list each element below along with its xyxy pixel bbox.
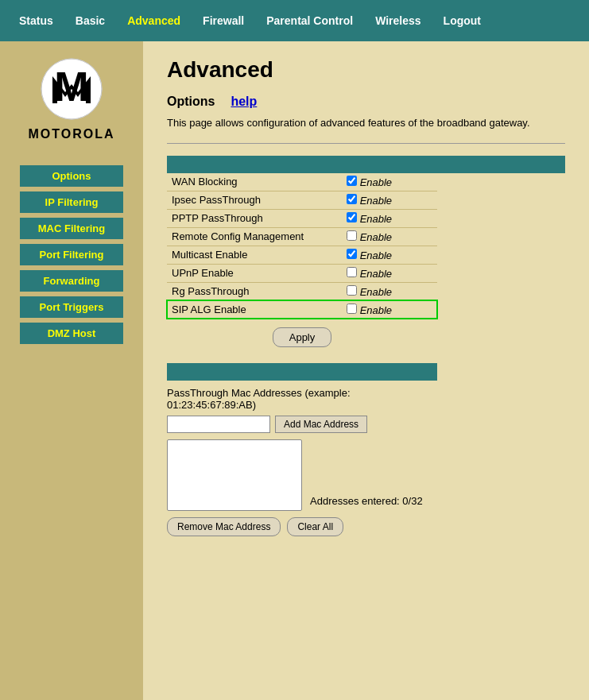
page-title: Advanced — [167, 57, 565, 83]
brand-name: MOTOROLA — [28, 127, 114, 141]
rg-passthrough-checkbox[interactable] — [347, 285, 357, 296]
remove-mac-button[interactable]: Remove Mac Address — [167, 517, 281, 536]
mac-buttons-row: Remove Mac Address Clear All — [167, 517, 437, 536]
table-row: Remote Config Management Enable — [167, 227, 437, 246]
row-enable: Enable — [342, 209, 437, 227]
nav-basic[interactable]: Basic — [64, 10, 116, 32]
row-enable: Enable — [342, 246, 437, 264]
enable-label: Enable — [360, 231, 392, 243]
sidebar-btn-dmz-host[interactable]: DMZ Host — [20, 323, 123, 344]
enable-label: Enable — [360, 304, 392, 316]
apply-button[interactable]: Apply — [273, 327, 332, 347]
mac-section-label: PassThrough Mac Addresses (example: 01:2… — [167, 387, 437, 411]
apply-row: Apply — [167, 327, 437, 347]
row-label: Ipsec PassThrough — [167, 191, 342, 209]
table-row-sip-alg: SIP ALG Enable Enable — [167, 300, 437, 319]
enable-label: Enable — [360, 286, 392, 298]
nav-parental-control[interactable]: Parental Control — [255, 10, 364, 32]
row-label: PPTP PassThrough — [167, 209, 342, 227]
ipsec-checkbox[interactable] — [347, 194, 357, 204]
row-enable: Enable — [342, 227, 437, 246]
sidebar-btn-port-filtering[interactable]: Port Filtering — [20, 244, 123, 265]
options-table: WAN Blocking Enable Ipsec PassThrough En… — [167, 173, 437, 319]
description-text: This page allows configuration of advanc… — [167, 115, 565, 131]
upnp-checkbox[interactable] — [347, 267, 357, 277]
nav-firewall[interactable]: Firewall — [192, 10, 255, 32]
add-mac-button[interactable]: Add Mac Address — [275, 416, 367, 433]
row-label: Multicast Enable — [167, 246, 342, 264]
content-area: Advanced Options help This page allows c… — [143, 41, 589, 700]
enable-label: Enable — [360, 176, 392, 188]
nav-logout[interactable]: Logout — [432, 10, 492, 32]
sip-alg-checkbox[interactable] — [347, 304, 357, 314]
sidebar: M MOTOROLA Options IP Filtering MAC Filt… — [0, 41, 143, 700]
row-label: UPnP Enable — [167, 264, 342, 282]
row-enable: Enable — [342, 173, 437, 191]
enable-label: Enable — [360, 249, 392, 261]
addresses-count: Addresses entered: 0/32 — [310, 495, 423, 511]
table-row: UPnP Enable Enable — [167, 264, 437, 282]
top-navigation: Status Basic Advanced Firewall Parental … — [0, 0, 589, 41]
row-label: SIP ALG Enable — [167, 300, 342, 319]
sidebar-btn-port-triggers[interactable]: Port Triggers — [20, 296, 123, 318]
divider — [167, 143, 565, 144]
row-label: Remote Config Management — [167, 227, 342, 246]
options-section-header — [167, 156, 565, 173]
pptp-checkbox[interactable] — [347, 212, 357, 222]
row-enable: Enable — [342, 191, 437, 209]
table-row: PPTP PassThrough Enable — [167, 209, 437, 227]
row-label: Rg PassThrough — [167, 282, 342, 300]
help-link[interactable]: help — [231, 95, 257, 109]
wan-blocking-checkbox[interactable] — [347, 176, 357, 186]
nav-advanced[interactable]: Advanced — [116, 10, 192, 32]
table-row: WAN Blocking Enable — [167, 173, 437, 191]
sidebar-btn-ip-filtering[interactable]: IP Filtering — [20, 191, 123, 213]
mac-list-area: Addresses entered: 0/32 — [167, 439, 437, 511]
nav-wireless[interactable]: Wireless — [364, 10, 432, 32]
enable-label: Enable — [360, 195, 392, 207]
options-label: Options — [167, 95, 215, 109]
enable-label: Enable — [360, 213, 392, 225]
options-row: Options help — [167, 95, 565, 109]
motorola-logo-icon: M — [40, 57, 103, 121]
row-enable: Enable — [342, 282, 437, 300]
row-enable: Enable — [342, 264, 437, 282]
sidebar-btn-mac-filtering[interactable]: MAC Filtering — [20, 218, 123, 239]
row-enable: Enable — [342, 300, 437, 319]
enable-label: Enable — [360, 268, 392, 280]
remote-config-checkbox[interactable] — [347, 230, 357, 241]
multicast-checkbox[interactable] — [347, 249, 357, 259]
table-row: Ipsec PassThrough Enable — [167, 191, 437, 209]
nav-bar: Status Basic Advanced Firewall Parental … — [8, 10, 581, 32]
sidebar-btn-options[interactable]: Options — [20, 165, 123, 187]
nav-status[interactable]: Status — [8, 10, 64, 32]
mac-section-header — [167, 363, 437, 381]
table-row: Multicast Enable Enable — [167, 246, 437, 264]
table-row: Rg PassThrough Enable — [167, 282, 437, 300]
mac-address-input[interactable] — [167, 416, 270, 433]
main-layout: M MOTOROLA Options IP Filtering MAC Filt… — [0, 41, 589, 700]
sidebar-btn-forwarding[interactable]: Forwarding — [20, 270, 123, 292]
clear-all-button[interactable]: Clear All — [287, 517, 343, 536]
mac-input-row: Add Mac Address — [167, 416, 437, 433]
mac-address-listbox[interactable] — [167, 439, 302, 511]
logo-area: M MOTOROLA — [28, 57, 114, 141]
row-label: WAN Blocking — [167, 173, 342, 191]
